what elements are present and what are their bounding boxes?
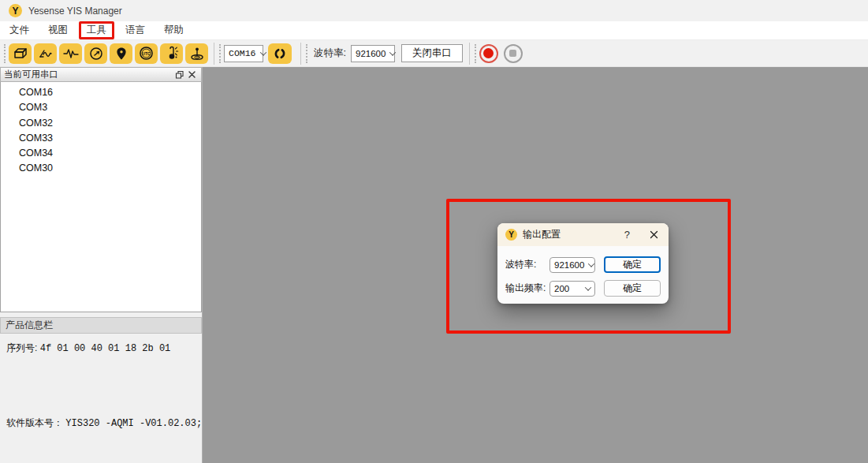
firmware-version-value: YIS320 -AQMI -V01.02.03;	[65, 418, 202, 429]
app-window: Y Yesense YIS Manager 文件 视图 工具 语言 帮助	[0, 0, 868, 463]
baud-rate-select[interactable]: 921600	[351, 45, 395, 62]
output-rate-row: 输出频率: 200 确定	[505, 280, 661, 297]
product-info-title: 产品信息栏	[6, 319, 53, 332]
stop-icon	[509, 50, 516, 57]
serial-number-row: 序列号: 4f 01 00 40 01 18 2b 01	[6, 342, 196, 355]
dialog-baud-select[interactable]: 921600	[549, 257, 595, 273]
title-bar: Y Yesense YIS Manager	[0, 0, 868, 21]
magnetometer-icon[interactable]	[185, 43, 208, 64]
toolbar-separator	[469, 43, 470, 65]
menu-file[interactable]: 文件	[2, 21, 37, 39]
gnss-location-icon[interactable]	[110, 43, 132, 64]
port-list-item[interactable]: COM32	[1, 116, 201, 131]
serial-port-dock: 当前可用串口 COM16 COM3 COM32 COM33 COM34	[0, 67, 203, 463]
chevron-down-icon	[389, 49, 396, 55]
firmware-version-row: 软件版本号： YIS320 -AQMI -V01.02.03;	[6, 416, 196, 430]
chevron-down-icon	[585, 284, 591, 290]
window-body: 当前可用串口 COM16 COM3 COM32 COM33 COM34	[0, 67, 868, 463]
port-list-item[interactable]: COM16	[1, 85, 201, 100]
dialog-output-rate-label: 输出频率:	[505, 282, 549, 295]
help-button[interactable]: ?	[624, 229, 630, 241]
close-serial-port-button[interactable]: 关闭串口	[401, 44, 463, 62]
app-logo-icon: Y	[9, 4, 22, 17]
gauge-icon[interactable]	[84, 43, 107, 64]
port-select-value: COM16	[229, 48, 256, 58]
menu-help[interactable]: 帮助	[156, 21, 192, 39]
dialog-title-bar[interactable]: Y 输出配置 ?	[497, 223, 669, 246]
toolbar-drag-handle[interactable]	[219, 44, 221, 63]
menu-bar: 文件 视图 工具 语言 帮助	[0, 21, 868, 40]
port-select[interactable]: COM16	[224, 45, 263, 62]
record-icon	[483, 48, 494, 58]
serial-number-label: 序列号:	[6, 342, 37, 353]
dialog-output-rate-value: 200	[554, 284, 569, 293]
baud-confirm-button[interactable]: 确定	[604, 256, 661, 273]
toolbar-separator	[214, 43, 214, 65]
menu-language[interactable]: 语言	[117, 21, 153, 39]
port-list-item[interactable]: COM30	[1, 161, 201, 176]
toolbar-drag-handle[interactable]	[475, 44, 476, 63]
dialog-body: 波特率: 921600 确定 输出频率: 200 确定	[497, 246, 669, 297]
port-list-item[interactable]: COM34	[1, 146, 201, 161]
toolbar-drag-handle[interactable]	[4, 44, 6, 63]
dialog-baud-label: 波特率:	[505, 258, 549, 271]
dock-title: 当前可用串口	[4, 69, 173, 80]
product-info-header: 产品信息栏	[0, 317, 202, 334]
toolbar-drag-handle[interactable]	[306, 44, 307, 63]
baud-rate-label: 波特率:	[314, 47, 346, 60]
port-list-item[interactable]: COM3	[1, 100, 201, 115]
waveform-icon[interactable]	[59, 43, 82, 64]
available-ports-list: COM16 COM3 COM32 COM33 COM34 COM30	[0, 82, 202, 312]
attitude-curve-icon[interactable]	[34, 43, 57, 64]
svg-text:UTC: UTC	[142, 51, 151, 56]
toolbar-separator	[300, 43, 301, 65]
dialog-output-rate-select[interactable]: 200	[549, 281, 595, 297]
chevron-down-icon	[259, 49, 266, 55]
3d-view-icon[interactable]	[9, 43, 32, 64]
dialog-baud-value: 921600	[554, 260, 584, 270]
port-list-item[interactable]: COM33	[1, 131, 201, 146]
firmware-version-label: 软件版本号：	[6, 417, 63, 428]
close-icon[interactable]	[185, 69, 198, 80]
output-rate-confirm-button[interactable]: 确定	[604, 280, 661, 297]
stop-button[interactable]	[504, 44, 523, 63]
menu-tools[interactable]: 工具	[79, 21, 114, 39]
baud-rate-row: 波特率: 921600 确定	[505, 256, 661, 273]
product-info-body: 序列号: 4f 01 00 40 01 18 2b 01 软件版本号： YIS3…	[0, 334, 202, 463]
temperature-icon[interactable]	[160, 43, 183, 64]
record-button[interactable]	[479, 44, 498, 63]
chevron-down-icon	[588, 260, 594, 267]
baud-rate-value: 921600	[356, 49, 386, 58]
toolbar: UTC COM16 波	[0, 40, 868, 67]
close-icon[interactable]	[650, 230, 658, 239]
float-window-icon[interactable]	[173, 69, 185, 80]
dialog-title: 输出配置	[523, 228, 624, 241]
dialog-logo-icon: Y	[505, 229, 517, 241]
window-title: Yesense YIS Manager	[28, 6, 122, 17]
serial-number-value: 4f 01 00 40 01 18 2b 01	[40, 343, 171, 354]
output-config-dialog: Y 输出配置 ? 波特率: 921600	[497, 223, 669, 304]
refresh-ports-icon[interactable]	[268, 43, 292, 64]
dock-header: 当前可用串口	[0, 67, 202, 82]
mdi-area: Y 输出配置 ? 波特率: 921600	[203, 67, 868, 463]
utc-clock-icon[interactable]: UTC	[135, 43, 158, 64]
menu-view[interactable]: 视图	[40, 21, 76, 39]
